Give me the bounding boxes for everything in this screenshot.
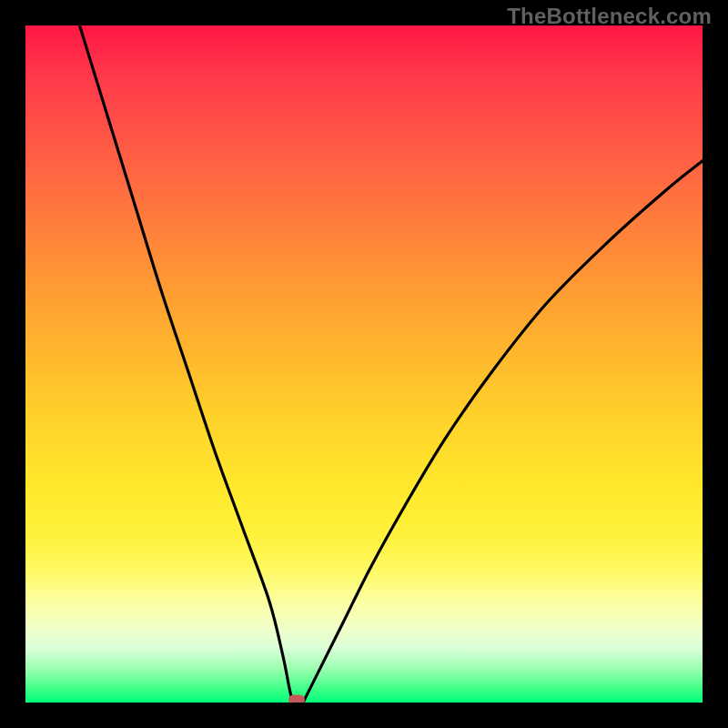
optimal-point-marker [288,695,305,703]
watermark-text: TheBottleneck.com [507,4,712,29]
chart-frame: TheBottleneck.com [0,0,728,728]
bottleneck-curve [25,25,703,703]
plot-area [25,25,703,703]
